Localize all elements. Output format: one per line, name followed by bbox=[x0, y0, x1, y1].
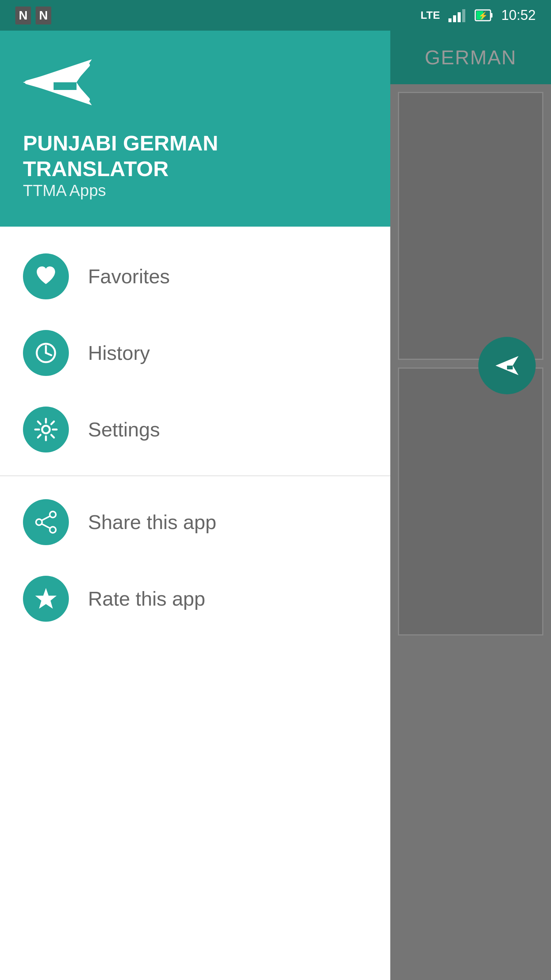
svg-text:⚡: ⚡ bbox=[478, 11, 488, 20]
target-language-label: GERMAN bbox=[425, 46, 517, 69]
settings-icon-circle bbox=[23, 407, 69, 452]
app-content-panel: GERMAN bbox=[390, 31, 551, 980]
drawer-menu: Favorites History bbox=[0, 227, 390, 980]
svg-rect-2 bbox=[458, 12, 461, 22]
svg-point-16 bbox=[42, 426, 50, 433]
drawer-header: PUNJABI GERMAN TRANSLATOR TTMA Apps bbox=[0, 31, 390, 227]
app-logo-svg bbox=[19, 52, 96, 113]
main-layout: PUNJABI GERMAN TRANSLATOR TTMA Apps Favo… bbox=[0, 31, 551, 980]
settings-label: Settings bbox=[88, 418, 160, 441]
notification-icon-1: N bbox=[15, 7, 31, 24]
svg-line-29 bbox=[41, 524, 50, 528]
svg-line-22 bbox=[51, 435, 54, 438]
menu-item-favorites[interactable]: Favorites bbox=[0, 238, 390, 315]
svg-rect-5 bbox=[491, 13, 492, 18]
menu-item-share[interactable]: Share this app bbox=[0, 484, 390, 560]
history-icon-circle bbox=[23, 330, 69, 376]
svg-point-25 bbox=[50, 511, 56, 518]
svg-line-24 bbox=[38, 435, 41, 438]
signal-icon bbox=[448, 8, 467, 23]
menu-item-settings[interactable]: Settings bbox=[0, 391, 390, 468]
svg-marker-12 bbox=[54, 82, 77, 90]
svg-rect-3 bbox=[462, 9, 465, 22]
svg-rect-0 bbox=[448, 18, 452, 22]
svg-marker-30 bbox=[35, 588, 57, 609]
svg-line-28 bbox=[41, 516, 50, 521]
rate-icon-circle bbox=[23, 576, 69, 622]
menu-item-history[interactable]: History bbox=[0, 315, 390, 391]
gear-icon bbox=[34, 417, 58, 442]
history-label: History bbox=[88, 341, 150, 364]
app-subtitle: TTMA Apps bbox=[23, 181, 367, 200]
svg-line-15 bbox=[46, 353, 51, 355]
rate-label: Rate this app bbox=[88, 587, 205, 610]
svg-rect-1 bbox=[453, 15, 456, 22]
share-icon bbox=[34, 510, 58, 534]
svg-point-26 bbox=[50, 527, 56, 533]
translate-input-area[interactable] bbox=[398, 92, 543, 360]
send-button-icon bbox=[492, 350, 522, 381]
favorites-label: Favorites bbox=[88, 265, 170, 288]
translate-button[interactable] bbox=[478, 337, 536, 394]
star-icon bbox=[34, 586, 58, 611]
status-bar: N N LTE ⚡ 10:52 bbox=[0, 0, 551, 31]
status-bar-left-icons: N N bbox=[15, 7, 51, 24]
battery-icon: ⚡ bbox=[474, 8, 494, 23]
notification-icon-2: N bbox=[36, 7, 51, 24]
favorites-icon-circle bbox=[23, 253, 69, 299]
svg-line-23 bbox=[51, 421, 54, 424]
translate-output-area bbox=[398, 368, 543, 635]
app-title: PUNJABI GERMAN TRANSLATOR bbox=[23, 130, 367, 181]
share-label: Share this app bbox=[88, 511, 216, 534]
menu-item-rate[interactable]: Rate this app bbox=[0, 560, 390, 637]
clock-icon bbox=[34, 341, 58, 365]
network-type: LTE bbox=[421, 9, 440, 21]
app-toolbar: GERMAN bbox=[390, 31, 551, 84]
status-bar-right-icons: LTE ⚡ 10:52 bbox=[421, 7, 536, 23]
menu-divider bbox=[0, 475, 390, 476]
navigation-drawer: PUNJABI GERMAN TRANSLATOR TTMA Apps Favo… bbox=[0, 31, 390, 980]
svg-line-21 bbox=[38, 421, 41, 424]
app-body bbox=[390, 84, 551, 980]
heart-icon bbox=[34, 264, 58, 289]
app-logo bbox=[23, 54, 92, 111]
share-icon-circle bbox=[23, 499, 69, 545]
clock: 10:52 bbox=[501, 7, 536, 23]
svg-marker-32 bbox=[507, 366, 513, 369]
